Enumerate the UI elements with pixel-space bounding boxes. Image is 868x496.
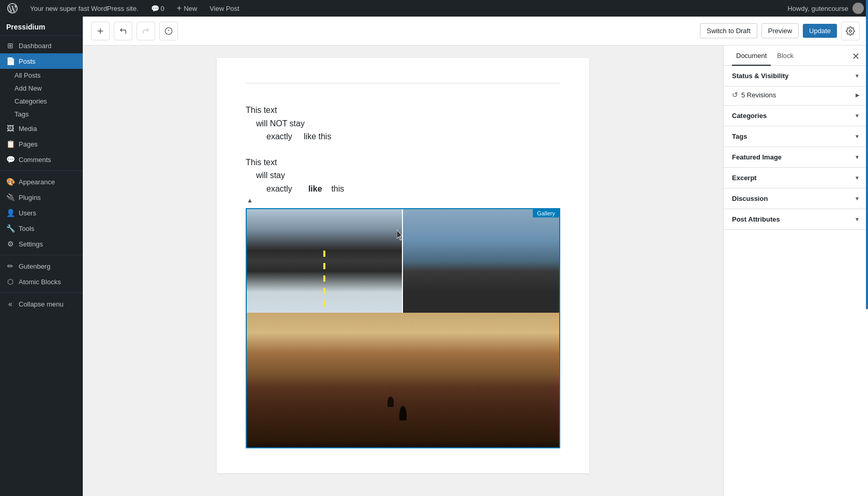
- chevron-down-icon-excerpt: ▼: [855, 175, 860, 181]
- settings-icon: ⚙: [6, 240, 14, 248]
- chevron-down-icon-discussion: ▼: [855, 196, 860, 201]
- gallery-block[interactable]: ▲ Gallery: [246, 208, 560, 448]
- section-status-visibility-header[interactable]: Status & Visibility ▼: [724, 66, 868, 86]
- sidebar-item-plugins[interactable]: 🔌 Plugins: [0, 189, 83, 205]
- main-layout: Pressidium ⊞ Dashboard 📄 Posts All Posts…: [0, 17, 868, 496]
- add-block-button[interactable]: [91, 22, 110, 40]
- top-scroll-indicator: [246, 83, 560, 87]
- settings-toggle-button[interactable]: [841, 22, 860, 40]
- text-block-1[interactable]: This text will NOT stay exactly like thi…: [246, 104, 560, 143]
- revisions-label: 5 Revisions: [741, 91, 776, 99]
- section-discussion: Discussion ▼: [724, 188, 868, 209]
- adminbar-view-post[interactable]: View Post: [206, 5, 243, 12]
- redo-button[interactable]: [137, 22, 155, 40]
- sidebar-item-users[interactable]: 👤 Users: [0, 205, 83, 221]
- panel-tabs: Document Block ✕: [724, 46, 868, 66]
- section-excerpt: Excerpt ▼: [724, 168, 868, 188]
- person-silhouette: [399, 406, 407, 420]
- revisions-icon: ↺: [732, 91, 738, 99]
- gallery-image-road[interactable]: [247, 209, 403, 313]
- chevron-down-icon-tags: ▼: [855, 134, 860, 139]
- sidebar-divider-1: [0, 170, 83, 171]
- sidebar-item-media[interactable]: 🖼 Media: [0, 121, 83, 136]
- gallery-badge: Gallery: [533, 209, 559, 217]
- sidebar-item-collapse[interactable]: « Collapse menu: [0, 296, 83, 312]
- collapse-icon: «: [6, 300, 14, 308]
- avatar: [852, 3, 864, 14]
- sidebar-item-atomic-blocks[interactable]: ⬡ Atomic Blocks: [0, 274, 83, 289]
- sidebar-item-comments[interactable]: 💬 Comments: [0, 152, 83, 167]
- sidebar-subitem-all-posts[interactable]: All Posts: [0, 69, 83, 82]
- adminbar-new[interactable]: + New: [174, 4, 200, 13]
- gallery-up-arrow[interactable]: ▲: [247, 197, 253, 204]
- text-line-2-2: will stay: [246, 169, 560, 182]
- editor-topbar: Switch to Draft Preview Update: [83, 17, 868, 46]
- editor-wrapper: Switch to Draft Preview Update: [83, 17, 868, 496]
- chevron-down-icon-categories: ▼: [855, 113, 860, 119]
- text-like-2: like: [308, 184, 322, 193]
- chevron-down-icon-featured: ▼: [855, 154, 860, 160]
- media-icon: 🖼: [6, 124, 14, 133]
- tab-document[interactable]: Document: [732, 46, 771, 66]
- section-categories-header[interactable]: Categories ▼: [724, 106, 868, 126]
- update-button[interactable]: Update: [803, 24, 837, 38]
- text-line-2-3: exactly like this: [246, 182, 560, 196]
- adminbar-site-name[interactable]: Your new super fast WordPress site.: [27, 5, 142, 12]
- section-tags-header[interactable]: Tags ▼: [724, 126, 868, 147]
- revisions-row[interactable]: ↺ 5 Revisions ▶: [724, 86, 868, 105]
- editor-canvas[interactable]: This text will NOT stay exactly like thi…: [83, 46, 723, 496]
- users-icon: 👤: [6, 209, 14, 217]
- content-area: This text will NOT stay exactly like thi…: [83, 46, 868, 496]
- appearance-icon: 🎨: [6, 178, 14, 186]
- sidebar-subitem-categories[interactable]: Categories: [0, 95, 83, 108]
- posts-icon: 📄: [6, 57, 14, 65]
- sidebar-item-settings[interactable]: ⚙ Settings: [0, 236, 83, 252]
- gutenberg-icon: ✏: [6, 262, 14, 270]
- tab-block[interactable]: Block: [773, 46, 798, 66]
- sidebar-site-name[interactable]: Pressidium: [0, 17, 83, 36]
- sidebar-item-gutenberg[interactable]: ✏ Gutenberg: [0, 258, 83, 274]
- section-discussion-header[interactable]: Discussion ▼: [724, 188, 868, 209]
- section-excerpt-header[interactable]: Excerpt ▼: [724, 168, 868, 188]
- dashboard-icon: ⊞: [6, 41, 14, 50]
- pages-icon: 📋: [6, 140, 14, 148]
- sidebar: Pressidium ⊞ Dashboard 📄 Posts All Posts…: [0, 17, 83, 496]
- section-post-attributes-header[interactable]: Post Attributes ▼: [724, 209, 868, 229]
- section-post-attributes: Post Attributes ▼: [724, 209, 868, 230]
- switch-to-draft-button[interactable]: Switch to Draft: [700, 23, 757, 38]
- adminbar-wp-logo[interactable]: [4, 3, 21, 13]
- right-panel: Document Block ✕ Status & Visibility ▼ ↺…: [723, 46, 868, 496]
- section-categories: Categories ▼: [724, 106, 868, 126]
- text-line-1-2: will NOT stay: [246, 117, 560, 130]
- text-line-2-1: This text: [246, 156, 560, 169]
- chevron-right-icon-revisions: ▶: [856, 92, 860, 98]
- sidebar-divider-3: [0, 293, 83, 293]
- section-featured-image-header[interactable]: Featured Image ▼: [724, 147, 868, 167]
- gallery-image-plane[interactable]: [403, 209, 559, 313]
- sidebar-item-dashboard[interactable]: ⊞ Dashboard: [0, 38, 83, 53]
- tools-icon: 🔧: [6, 224, 14, 232]
- undo-button[interactable]: [114, 22, 132, 40]
- sidebar-item-tools[interactable]: 🔧 Tools: [0, 221, 83, 236]
- adminbar-comments[interactable]: 💬 0: [148, 5, 168, 12]
- panel-close-button[interactable]: ✕: [852, 48, 860, 65]
- text-exactly-1: exactly: [266, 132, 292, 141]
- adminbar-howdy: Howdy, gutencourse: [787, 5, 848, 12]
- gallery-image-mountains[interactable]: [247, 313, 559, 447]
- sidebar-subitem-tags[interactable]: Tags: [0, 108, 83, 121]
- text-like-this-1: like this: [304, 132, 331, 141]
- comment-bubble-icon: 💬: [151, 5, 159, 12]
- sidebar-item-posts[interactable]: 📄 Posts: [0, 53, 83, 69]
- section-tags: Tags ▼: [724, 126, 868, 147]
- sidebar-item-appearance[interactable]: 🎨 Appearance: [0, 174, 83, 189]
- gallery-top-row: [247, 209, 559, 313]
- chevron-down-icon-status: ▼: [855, 73, 860, 79]
- sidebar-subitem-add-new[interactable]: Add New: [0, 82, 83, 95]
- admin-bar: Your new super fast WordPress site. 💬 0 …: [0, 0, 868, 17]
- text-block-2[interactable]: This text will stay exactly like this: [246, 156, 560, 196]
- info-button[interactable]: [159, 22, 178, 40]
- svg-point-5: [849, 30, 852, 32]
- chevron-down-icon-post-attributes: ▼: [855, 216, 860, 222]
- preview-button[interactable]: Preview: [761, 23, 799, 38]
- sidebar-item-pages[interactable]: 📋 Pages: [0, 136, 83, 152]
